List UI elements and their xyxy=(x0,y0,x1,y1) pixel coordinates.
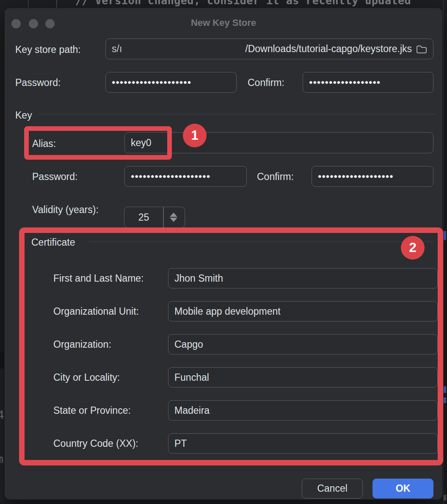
annotation-badge-2: 2 xyxy=(401,236,425,260)
validity-value: 25 xyxy=(124,207,163,227)
certificate-field-value: Mobile app development xyxy=(174,306,281,317)
store-confirm-value: •••••••••••••••••• xyxy=(309,77,381,89)
editor-scrollbar-track xyxy=(443,0,444,504)
cancel-button[interactable]: Cancel xyxy=(302,479,363,498)
store-password-value: •••••••••••••••••••• xyxy=(112,77,191,89)
editor-panel-edge xyxy=(0,368,4,502)
scrollbar-mark xyxy=(444,231,446,240)
certificate-field-input[interactable]: Funchal xyxy=(168,367,438,388)
certificate-section-title: Certificate xyxy=(31,237,75,248)
certificate-row: Organizational Unit: Mobile app developm… xyxy=(5,301,442,321)
spinner-up-icon[interactable] xyxy=(170,213,177,217)
certificate-field-value: PT xyxy=(174,438,187,449)
folder-icon[interactable] xyxy=(416,44,427,54)
scrollbar-mark xyxy=(444,397,446,403)
certificate-field-input[interactable]: PT xyxy=(168,433,438,454)
store-password-label: Password: xyxy=(15,78,61,88)
ok-button[interactable]: OK xyxy=(372,479,433,498)
certificate-field-input[interactable]: Madeira xyxy=(168,400,438,421)
certificate-field-label: Organizational Unit: xyxy=(53,306,139,317)
new-key-store-dialog: New Key Store Key store path: s/ı /Downl… xyxy=(4,8,443,500)
annotation-badge-1: 1 xyxy=(183,124,207,147)
certificate-field-label: Organization: xyxy=(53,339,111,350)
scrollbar-mark xyxy=(444,386,446,393)
alias-value: key0 xyxy=(131,137,152,149)
spinner-down-icon[interactable] xyxy=(170,218,177,222)
editor-gutter-mark xyxy=(28,0,29,8)
keystore-path-input[interactable]: s/ı /Downloads/tutorial-capgo/keystore.j… xyxy=(105,39,433,59)
certificate-row: City or Locality: Funchal xyxy=(5,367,442,388)
key-section-title: Key xyxy=(15,110,32,121)
store-password-input[interactable]: •••••••••••••••••••• xyxy=(105,72,237,93)
store-confirm-label: Confirm: xyxy=(248,78,284,88)
key-confirm-input[interactable]: ••••••••••••••••••• xyxy=(312,166,433,187)
keystore-path-value-left: s/ı xyxy=(112,43,122,55)
certificate-rows: First and Last Name: Jhon Smith Organiza… xyxy=(5,268,442,454)
editor-panel-edge xyxy=(0,352,4,368)
editor-comment-line: // Version changed, consider it as recen… xyxy=(75,0,411,7)
key-section-divider xyxy=(39,114,437,114)
background-left-strip: 4 m xyxy=(0,8,4,504)
key-password-label: Password: xyxy=(32,172,77,182)
key-password-value: •••••••••••••••••••• xyxy=(131,171,210,183)
editor-line-number: 4 xyxy=(0,409,4,421)
certificate-field-input[interactable]: Capgo xyxy=(168,334,438,354)
certificate-field-input[interactable]: Jhon Smith xyxy=(168,268,438,288)
editor-gutter-line xyxy=(56,0,57,8)
validity-label: Validity (years): xyxy=(32,205,99,215)
store-confirm-input[interactable]: •••••••••••••••••• xyxy=(303,72,433,93)
certificate-field-input[interactable]: Mobile app development xyxy=(168,301,438,321)
alias-input[interactable]: key0 xyxy=(124,132,433,153)
editor-text-fragment: m xyxy=(0,453,3,465)
certificate-field-value: Funchal xyxy=(174,372,209,383)
keystore-path-value: /Downloads/tutorial-capgo/keystore.jks xyxy=(245,43,412,55)
key-confirm-value: ••••••••••••••••••• xyxy=(318,171,394,183)
certificate-row: Country Code (XX): PT xyxy=(5,433,442,454)
scrollbar-mark xyxy=(444,495,446,501)
certificate-field-value: Capgo xyxy=(174,339,203,350)
keystore-path-label: Key store path: xyxy=(15,45,81,55)
spinner-divider xyxy=(163,207,164,227)
key-confirm-label: Confirm: xyxy=(257,172,294,182)
key-password-input[interactable]: •••••••••••••••••••• xyxy=(124,166,247,187)
alias-label: Alias: xyxy=(32,139,56,149)
certificate-row: Organization: Capgo xyxy=(5,334,442,354)
certificate-field-value: Jhon Smith xyxy=(174,273,223,284)
certificate-field-label: Country Code (XX): xyxy=(53,438,138,449)
certificate-field-label: State or Province: xyxy=(53,405,131,416)
certificate-field-label: City or Locality: xyxy=(53,372,120,383)
background-editor-strip: // Version changed, consider it as recen… xyxy=(0,0,447,8)
certificate-section-divider xyxy=(89,241,434,242)
certificate-field-label: First and Last Name: xyxy=(53,273,143,284)
background-right-strip xyxy=(443,0,447,504)
validity-spinner[interactable]: 25 xyxy=(124,207,185,228)
dialog-title: New Key Store xyxy=(5,17,442,28)
certificate-field-value: Madeira xyxy=(174,405,210,416)
certificate-row: First and Last Name: Jhon Smith xyxy=(5,268,442,288)
certificate-row: State or Province: Madeira xyxy=(5,400,442,421)
